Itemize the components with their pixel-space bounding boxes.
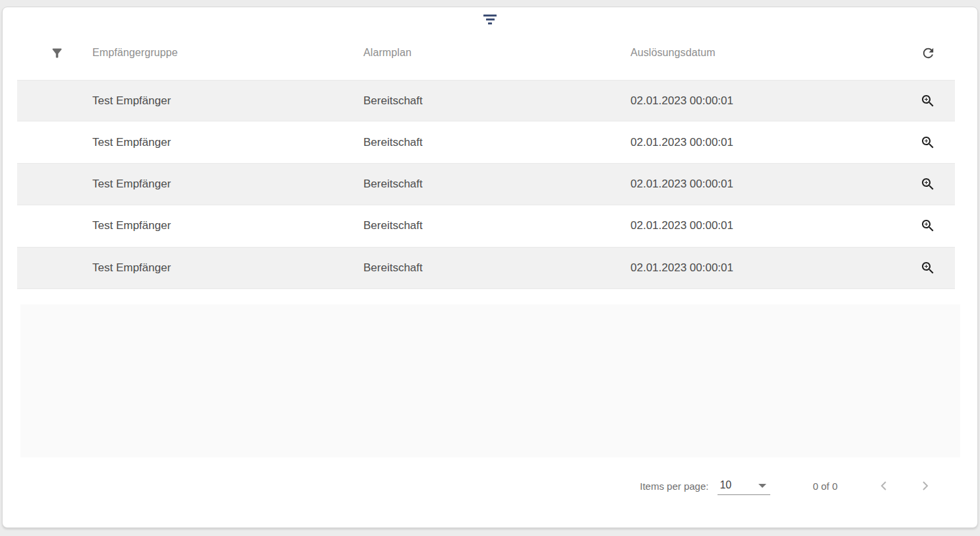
row-empfaengergruppe: Test Empfänger xyxy=(91,219,362,232)
previous-page-button[interactable] xyxy=(869,471,898,500)
row-ausloesungsdatum: 02.01.2023 00:00:01 xyxy=(629,261,907,275)
row-alarmplan: Bereitschaft xyxy=(362,136,629,149)
items-per-page-label: Items per page: xyxy=(640,481,708,492)
row-empfaengergruppe: Test Empfänger xyxy=(91,136,362,149)
table-row: Test Empfänger Bereitschaft 02.01.2023 0… xyxy=(17,248,955,289)
zoom-in-icon xyxy=(920,93,936,109)
column-header-ausloesungsdatum: Auslösungsdatum xyxy=(629,47,907,59)
zoom-in-button[interactable] xyxy=(913,170,942,199)
dropdown-arrow-icon xyxy=(758,484,766,488)
next-page-button[interactable] xyxy=(911,471,940,500)
row-ausloesungsdatum: 02.01.2023 00:00:01 xyxy=(629,94,907,108)
table-row: Test Empfänger Bereitschaft 02.01.2023 0… xyxy=(17,121,955,163)
zoom-in-icon xyxy=(920,135,936,151)
column-header-empfaengergruppe: Empfängergruppe xyxy=(91,47,362,59)
table-row: Test Empfänger Bereitschaft 02.01.2023 0… xyxy=(17,164,955,205)
paginator: Items per page: 10 0 of 0 xyxy=(640,469,940,502)
filter-list-bar xyxy=(483,15,497,17)
zoom-in-icon xyxy=(920,260,936,276)
table-header-row: Empfängergruppe Alarmplan Auslösungsdatu… xyxy=(17,33,955,73)
paginator-range-label: 0 of 0 xyxy=(812,481,838,492)
table-rows: Test Empfänger Bereitschaft 02.01.2023 0… xyxy=(17,80,955,289)
row-alarmplan: Bereitschaft xyxy=(362,219,629,232)
alarm-history-table-card: Empfängergruppe Alarmplan Auslösungsdatu… xyxy=(2,7,978,528)
zoom-in-button[interactable] xyxy=(913,253,942,283)
row-alarmplan: Bereitschaft xyxy=(362,261,629,275)
row-empfaengergruppe: Test Empfänger xyxy=(91,94,362,108)
empty-area xyxy=(20,304,960,457)
zoom-in-button[interactable] xyxy=(913,86,942,116)
row-ausloesungsdatum: 02.01.2023 00:00:01 xyxy=(629,178,907,191)
refresh-icon xyxy=(921,46,936,61)
table-row: Test Empfänger Bereitschaft 02.01.2023 0… xyxy=(17,80,955,121)
filter-funnel-icon[interactable] xyxy=(50,46,64,60)
zoom-in-button[interactable] xyxy=(913,128,942,157)
zoom-in-icon xyxy=(920,218,936,234)
chevron-left-icon xyxy=(876,478,892,494)
row-empfaengergruppe: Test Empfänger xyxy=(91,178,362,191)
filter-list-bar xyxy=(486,18,495,20)
filter-list-icon[interactable] xyxy=(481,13,499,26)
table-row: Test Empfänger Bereitschaft 02.01.2023 0… xyxy=(17,205,955,247)
page-size-value: 10 xyxy=(720,479,731,491)
row-empfaengergruppe: Test Empfänger xyxy=(91,261,362,275)
filter-list-bar xyxy=(488,22,492,24)
row-alarmplan: Bereitschaft xyxy=(362,178,629,191)
row-ausloesungsdatum: 02.01.2023 00:00:01 xyxy=(629,219,907,232)
row-alarmplan: Bereitschaft xyxy=(362,94,629,108)
column-header-alarmplan: Alarmplan xyxy=(362,47,629,59)
row-ausloesungsdatum: 02.01.2023 00:00:01 xyxy=(629,136,907,149)
chevron-right-icon xyxy=(917,478,933,494)
zoom-in-icon xyxy=(920,176,936,192)
refresh-button[interactable] xyxy=(913,38,942,67)
page-size-select[interactable]: 10 xyxy=(718,477,770,495)
zoom-in-button[interactable] xyxy=(913,211,942,240)
